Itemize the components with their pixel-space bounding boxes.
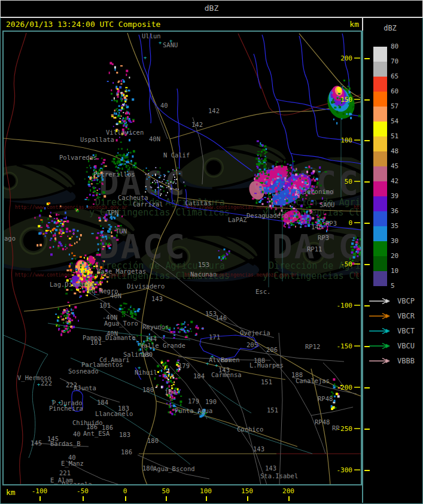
map-label: 171 [209,333,220,341]
map-label: Pincheira [49,405,83,412]
legend-swatch [373,226,387,241]
map-label: RP48 [315,418,330,426]
x-axis-unit-label: km [6,488,16,497]
x-tick-mark [83,496,84,501]
map-label: 40N [110,292,121,299]
radar-map: DACCDirección de Agriculturay Contingenc… [4,32,361,484]
y-tick-label: -100 [337,302,353,309]
map-label: Desaguadero [247,212,288,219]
vector-legend-label: VBCP [397,296,415,306]
map-label: 142 [208,107,220,114]
map-label: S.Jeronimo [296,188,333,195]
legend-title: dBZ [363,24,417,32]
map-label: Pasarela [62,481,92,484]
map-label: 151 [267,406,278,414]
x-tick-mark [206,496,207,501]
legend-swatch [373,92,387,107]
watermark-url: http://www.contingencias.mendoza.gov.ar [354,272,361,278]
x-tick-label: 50 [154,487,178,495]
vector-legend-row: VBCR [368,311,422,321]
x-axis: km -100-50050100150200 [2,487,362,502]
map-label: SANU [163,41,178,48]
legend-value: 54 [391,117,409,126]
legend-value: 35 [391,221,409,231]
map-label: 101 [99,302,111,309]
x-tick-label: 200 [276,487,300,495]
map-label: 180 [141,351,153,358]
timestamp-label: 2026/01/13 13:24:00 UTC Composite [6,20,160,29]
legend-value: 20 [391,251,409,261]
legend-swatch [373,136,387,151]
legend-swatch [373,62,387,77]
vector-arrow-icon [368,312,394,320]
vector-arrow-icon [368,342,394,350]
legend-swatch [373,241,387,256]
echo-cluster [330,378,342,410]
map-label: Polvaredas [59,154,97,161]
map-label: Agua_Bscond [153,465,195,473]
x-tick-mark [288,496,290,501]
legend-value: 48 [391,147,409,156]
vector-legend-row: VBBB [368,356,422,366]
radar-map-frame: DACCDirección de Agriculturay Contingenc… [2,31,362,485]
map-label: Agua_Toro [104,320,138,327]
legend-value: 5 [391,281,409,291]
y-tick-label: -50 [340,260,352,268]
map-label: 179 [178,362,190,369]
vector-legend-label: VBCU [397,341,415,351]
vector-arrow-icon [368,327,394,335]
map-label: Divisadero [127,283,165,290]
legend-value: 45 [391,162,409,171]
vector-legend-label: VBBB [397,356,415,366]
y-tick-label: 150 [340,96,352,104]
map-label: 222 [41,379,52,387]
map-label: Uspallata [80,136,114,143]
map-label: TUN [115,227,127,235]
legend-swatch [373,151,387,166]
map-label: Nacunan [190,271,217,278]
map-label: LaPAZ [228,216,247,223]
vector-arrow-icon [368,357,394,365]
legend-swatch [373,196,387,211]
map-label: RP3 [318,234,329,241]
legend-swatch [373,47,387,62]
y-tick-label: 50 [345,178,352,186]
legend-swatch [373,122,387,136]
map-label: Reyunos [142,323,169,330]
map-label: 143 [265,464,276,472]
map-label: Sta.Isabel [260,472,298,479]
y-tick-label: -250 [337,425,353,433]
vector-legend-row: VBCT [368,326,422,336]
legend-value: 51 [391,132,409,141]
map-label: SAOU [319,201,334,208]
legend-value: 36 [391,207,409,216]
map-label: 183 [118,405,129,412]
y-tick-label: -200 [337,384,353,391]
legend-swatch [373,77,387,92]
window-title-bar: dBZ [0,0,423,17]
vector-legend-label: VBCR [397,311,415,321]
map-label: 146 [215,314,227,321]
vector-arrow-icon [368,297,394,305]
legend-swatch [373,107,387,122]
map-label: Catitas [185,199,211,207]
vector-legend-row: VBCU [368,341,422,351]
map-label: ago [4,235,16,242]
map-label: Canalejas [296,377,330,384]
x-tick-label: 100 [194,487,218,495]
map-label: 180 [142,464,154,472]
x-tick-mark [125,496,126,501]
map-label: Potrerillos [93,171,135,178]
map-label: TPN [107,209,118,216]
map-label: Nihuil [135,369,157,376]
legend-value: 70 [391,57,409,66]
map-label: 40 [73,430,81,438]
x-tick-mark [166,496,167,501]
map-label: 179 [188,397,199,405]
map-label: 146 [311,223,322,230]
legend-value: 39 [391,192,409,201]
y-axis-unit-label: km [323,20,359,29]
map-label: RP48 [318,395,333,402]
legend-swatch [373,256,387,271]
legend-value: 10 [391,266,409,276]
